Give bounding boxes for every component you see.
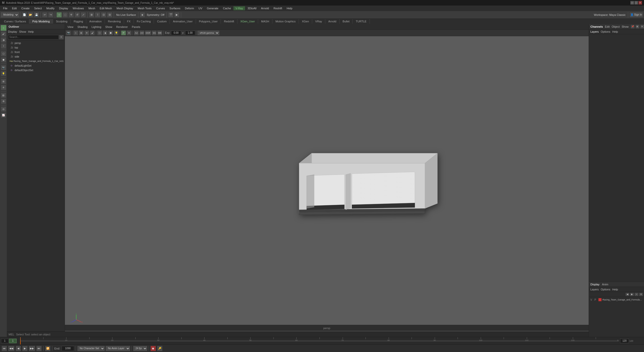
tab-fx[interactable]: FX: [124, 19, 134, 24]
brp-help-item[interactable]: Help: [612, 288, 618, 291]
rp-layers-item[interactable]: Layers: [590, 30, 599, 33]
anim-button[interactable]: ◎: [1, 106, 6, 112]
tree-item-front[interactable]: 🎥 front: [7, 50, 65, 54]
tab-poly-modeling[interactable]: Poly Modeling: [29, 19, 53, 24]
snap-point-button[interactable]: ⊡: [101, 12, 106, 18]
tab-turtle[interactable]: TURTLE: [353, 19, 370, 24]
rp-close-button[interactable]: ✕: [640, 25, 644, 29]
tree-item-persp[interactable]: 🎥 persp: [7, 41, 65, 45]
brp-display-tab[interactable]: Display: [590, 283, 599, 286]
timeline[interactable]: 0102030405060708090100110120130 120: [0, 337, 644, 344]
menu-generate[interactable]: Generate: [205, 6, 220, 10]
rotate-tool-button[interactable]: ↺: [74, 12, 80, 18]
mode-dropdown[interactable]: Modeling: [1, 12, 19, 17]
playblast-button[interactable]: ▶: [174, 12, 180, 18]
redo-button[interactable]: ↪: [48, 12, 54, 18]
rp-expand-button[interactable]: ⊞: [635, 25, 639, 29]
search-clear-button[interactable]: ✕: [59, 35, 64, 39]
tab-arnold[interactable]: Arnold: [325, 19, 340, 24]
tab-vray[interactable]: VRay: [312, 19, 325, 24]
menu-create[interactable]: Create: [19, 6, 32, 10]
vp-color-space-dropdown[interactable]: sRGB gamma: [197, 31, 219, 35]
vp-menu-renderer[interactable]: Renderer: [115, 25, 129, 28]
vp-texture-button[interactable]: ⬢: [108, 30, 113, 35]
end-frame-input[interactable]: [620, 339, 629, 343]
curve-button[interactable]: ⌇: [1, 43, 6, 49]
maximize-button[interactable]: □: [634, 1, 638, 5]
tab-object[interactable]: Object: [612, 25, 620, 28]
tab-xgen[interactable]: XGen: [299, 19, 312, 24]
sculpt-button[interactable]: ◑: [1, 37, 6, 43]
vp-ortho-button[interactable]: O: [127, 30, 132, 35]
fps-dropdown[interactable]: 24 fps: [133, 346, 147, 351]
pivot-button[interactable]: ✛: [1, 85, 6, 90]
vp-ss-button[interactable]: SS: [152, 30, 157, 35]
vp-menu-panels[interactable]: Panels: [130, 25, 142, 28]
save-scene-button[interactable]: 💾: [34, 12, 39, 18]
menu-help[interactable]: Help: [285, 6, 294, 10]
title-bar-controls[interactable]: — □ ✕: [630, 1, 642, 5]
menu-edit[interactable]: Edit: [10, 6, 19, 10]
vp-lighting-button[interactable]: 💡: [114, 30, 119, 35]
tab-mash[interactable]: MASH: [258, 19, 272, 24]
menu-mesh-tools[interactable]: Mesh Tools: [136, 6, 153, 10]
brp-options-item[interactable]: Options: [601, 288, 610, 291]
tab-bullet[interactable]: Bullet: [340, 19, 353, 24]
tab-custom[interactable]: Custom: [154, 19, 170, 24]
menu-reshift[interactable]: Reshift: [271, 6, 284, 10]
rp-options-item[interactable]: Options: [601, 30, 610, 33]
vp-mb-button[interactable]: MB: [157, 30, 162, 35]
vp-menu-lighting[interactable]: Lighting: [90, 25, 103, 28]
tab-animation-user[interactable]: Animation_User: [170, 19, 196, 24]
go-start-button[interactable]: ⏮: [2, 346, 7, 351]
vp-persp-button[interactable]: P: [121, 30, 126, 35]
paint-button[interactable]: 🖌: [1, 31, 6, 37]
vp-dof-button[interactable]: DOF: [145, 30, 151, 35]
menu-modify[interactable]: Modify: [44, 6, 56, 10]
vp-menu-shading[interactable]: Shading: [76, 25, 89, 28]
vp-select-button[interactable]: ⊹: [73, 30, 78, 35]
light-button[interactable]: 💡: [1, 71, 6, 76]
vp-grid-button[interactable]: ⊞: [79, 30, 84, 35]
outliner-menu-display[interactable]: Display: [8, 30, 17, 33]
snap-curve-button[interactable]: ⌇: [95, 12, 100, 18]
timeline-ruler[interactable]: 0102030405060708090100110120130: [20, 337, 619, 344]
render-settings-button[interactable]: ⚙: [1, 99, 6, 104]
vp-ao-button[interactable]: AO: [139, 30, 144, 35]
tab-animation[interactable]: Animation: [86, 19, 105, 24]
rp-pin-button[interactable]: 📌: [631, 25, 635, 29]
move-tool-button[interactable]: ✛: [68, 12, 74, 18]
vp-smooth-button[interactable]: ◑: [103, 30, 108, 35]
play-button[interactable]: ▶: [22, 346, 28, 351]
tab-show[interactable]: Show: [622, 25, 629, 28]
tree-item-top[interactable]: 🎥 top: [7, 45, 65, 50]
scale-tool-button[interactable]: ⤢: [80, 12, 86, 18]
outliner-menu-show[interactable]: Show: [19, 30, 26, 33]
vp-gamma-input[interactable]: [185, 31, 195, 35]
tab-edit[interactable]: Edit: [605, 25, 610, 28]
menu-3dtoall[interactable]: 3DtoAll: [246, 6, 258, 10]
bc-end-frame-input[interactable]: [62, 346, 74, 351]
tab-sculpting[interactable]: Sculpting: [53, 19, 71, 24]
current-frame-input[interactable]: [9, 339, 17, 343]
brp-layer-row[interactable]: V P Racing_Team_Garage_and_Formula_1_Car…: [589, 297, 644, 302]
tab-motion-graphics[interactable]: Motion Graphics: [272, 19, 299, 24]
vp-paint-button[interactable]: 🖌: [90, 30, 95, 35]
vp-menu-show[interactable]: Show: [104, 25, 114, 28]
menu-edit-mesh[interactable]: Edit Mesh: [98, 6, 114, 10]
search-input[interactable]: [8, 35, 59, 39]
tab-xgen-user[interactable]: XGen_User: [237, 19, 258, 24]
tree-item-racing-group[interactable]: ▼ ◈ Racing_Team_Garage_and_Formula_1_Car…: [7, 59, 65, 63]
brp-new-button[interactable]: +: [634, 293, 638, 296]
vp-menu-view[interactable]: View: [66, 25, 75, 28]
viewport[interactable]: View Shading Lighting Show Renderer Pane…: [65, 24, 589, 337]
camera-button[interactable]: 📷: [1, 65, 6, 70]
sign-in-button[interactable]: 👤 Sign In: [629, 12, 643, 18]
select-tool-button[interactable]: ⊹: [56, 12, 62, 18]
menu-windows[interactable]: Windows: [71, 6, 86, 10]
menu-surfaces[interactable]: Surfaces: [168, 6, 182, 10]
menu-cache[interactable]: Cache: [221, 6, 233, 10]
xform-button[interactable]: ⊞: [1, 79, 6, 84]
start-frame-input[interactable]: [1, 339, 9, 343]
menu-file[interactable]: File: [1, 6, 10, 10]
